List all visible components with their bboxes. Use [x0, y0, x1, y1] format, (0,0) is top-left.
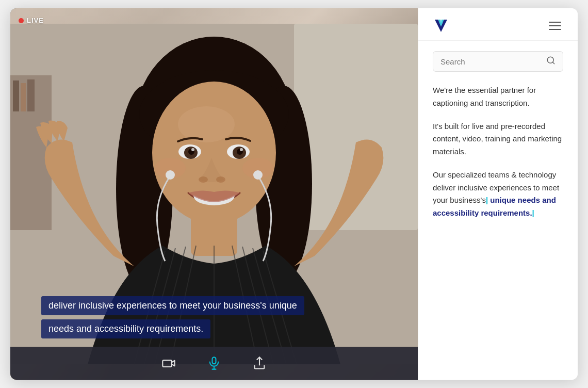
svg-rect-38	[213, 357, 216, 364]
transcript-block-intro: We're the essential partner for captioni…	[433, 84, 563, 110]
transcript-block-built: It's built for live and pre-recorded con…	[433, 120, 563, 158]
transcript-text-teams: Our specialized teams & technology deliv…	[433, 169, 563, 220]
logo-icon	[433, 18, 449, 34]
camera-icon	[161, 356, 176, 370]
video-controls-bar	[10, 347, 418, 380]
svg-rect-37	[162, 360, 172, 367]
transcript-end-cursor: |	[532, 208, 534, 217]
microphone-icon	[207, 356, 221, 370]
search-section	[418, 41, 578, 80]
subtitle-line-2: needs and accessibility requirements.	[41, 319, 210, 338]
menu-bar-2	[549, 25, 561, 26]
brand-logo	[433, 18, 449, 34]
menu-bar-3	[549, 29, 561, 30]
camera-button[interactable]	[158, 353, 179, 374]
app-container: LIVE deliver inclusive experiences to me…	[10, 8, 578, 380]
menu-button[interactable]	[547, 20, 563, 32]
transcript-text-built: It's built for live and pre-recorded con…	[433, 120, 563, 158]
search-box	[433, 51, 563, 72]
transcript-block-teams: Our specialized teams & technology deliv…	[433, 169, 563, 220]
live-label: LIVE	[27, 17, 44, 24]
search-input[interactable]	[440, 57, 542, 66]
menu-bar-1	[549, 22, 561, 23]
transcript-text-intro: We're the essential partner for captioni…	[433, 84, 563, 110]
share-icon	[252, 356, 267, 370]
microphone-button[interactable]	[204, 353, 224, 374]
search-icon[interactable]	[546, 56, 556, 67]
subtitle-line-1: deliver inclusive experiences to meet yo…	[41, 296, 304, 315]
live-badge: LIVE	[19, 17, 44, 24]
subtitles-container: deliver inclusive experiences to meet yo…	[10, 296, 418, 338]
share-button[interactable]	[249, 353, 270, 374]
transcript-content: We're the essential partner for captioni…	[418, 80, 578, 380]
live-indicator-dot	[19, 18, 24, 23]
sidebar-header	[418, 8, 578, 41]
video-panel: LIVE deliver inclusive experiences to me…	[10, 8, 418, 380]
svg-line-45	[552, 62, 554, 63]
sidebar-panel: We're the essential partner for captioni…	[418, 8, 578, 380]
